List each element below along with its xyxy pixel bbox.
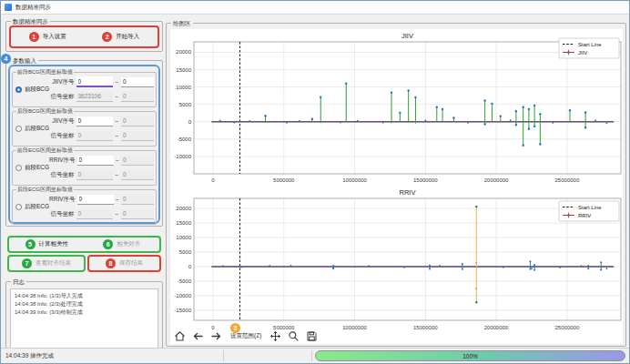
save-result-label: 保存结果 [119, 259, 143, 268]
log-line: 14:04:39 Info: (3/3)绘制完成 [15, 308, 154, 317]
compute-correlation-label: 计算相关性 [39, 240, 69, 248]
app-window: 数据精准同步 数据精准同步 1 导入设置 2 开始导入 参数输入 前段BCG区间… [0, 0, 630, 364]
pan-icon[interactable] [269, 330, 281, 342]
jiiv-index-from-input[interactable] [76, 76, 113, 87]
set-range-button[interactable]: 3 设置范围(Z) [229, 331, 263, 341]
correlation-align-label: 相关对齐 [117, 240, 140, 248]
status-separator [223, 350, 224, 361]
save-icon[interactable] [306, 330, 318, 342]
range-tilde: ~ [115, 118, 120, 125]
svg-text:JIIV: JIIV [401, 32, 413, 40]
signal-coord-from-input[interactable] [76, 131, 113, 141]
rriv-index-to-input[interactable] [121, 156, 154, 166]
step-badge-4: 4 [1, 54, 11, 64]
import-highlight-box: 1 导入设置 2 开始导入 [9, 25, 159, 48]
compute-correlation-button[interactable]: 5 计算相关性 [9, 238, 85, 251]
view-result-highlight-box: 7 查看对齐结果 [7, 255, 86, 272]
step-badge-8: 8 [106, 258, 116, 268]
signal-coord-from-input[interactable] [76, 209, 113, 219]
svg-text:RRIV: RRIV [400, 188, 416, 197]
range-tilde: ~ [115, 133, 120, 139]
window-title: 数据精准同步 [15, 4, 51, 12]
step-badge-5: 5 [25, 239, 36, 249]
jiiv-chart[interactable]: -10000-500005000100001500020000050000001… [170, 31, 624, 187]
signal-coord-to-input[interactable] [121, 209, 154, 219]
home-icon[interactable] [174, 330, 186, 342]
svg-text:10000: 10000 [176, 235, 191, 240]
signal-coord-label: 信号坐标 [49, 132, 75, 140]
figure-canvas[interactable]: -10000-500005000100001500020000050000001… [170, 29, 623, 344]
plot-group-label: 绘图区 [171, 20, 193, 26]
rriv-index-from-input[interactable] [77, 195, 114, 205]
jiiv-index-from-input[interactable] [76, 116, 113, 126]
radio-rear-ecg[interactable] [15, 204, 22, 210]
progress-text: 100% [462, 353, 478, 359]
step-badge-2: 2 [102, 32, 112, 42]
view-align-result-button[interactable]: 7 查看对齐结果 [9, 257, 84, 270]
step-badge-7: 7 [22, 258, 32, 268]
rriv-index-from-input[interactable] [77, 156, 114, 166]
sync-groupbox: 数据精准同步 1 导入设置 2 开始导入 [5, 21, 163, 52]
range-tilde: ~ [115, 79, 120, 86]
radio-rear-bcg[interactable] [15, 126, 22, 132]
svg-text:5000000: 5000000 [273, 177, 295, 183]
svg-text:20000: 20000 [176, 49, 191, 55]
svg-text:RRIV: RRIV [578, 213, 591, 218]
svg-text:Start Line: Start Line [578, 205, 602, 210]
start-import-button[interactable]: 2 开始导入 [85, 27, 158, 46]
app-icon [5, 4, 12, 11]
back-icon[interactable] [192, 330, 204, 342]
title-bar: 数据精准同步 [1, 1, 629, 15]
svg-text:15000000: 15000000 [413, 177, 438, 183]
save-result-button[interactable]: 8 保存结果 [89, 257, 159, 270]
import-settings-button[interactable]: 1 导入设置 [11, 27, 85, 46]
correlation-align-button[interactable]: 6 相关对齐 [85, 238, 160, 251]
param-section-rear-ecg: 后段ECG区间坐标取值 后段ECG RRIV序号 ~ 信号坐标 [12, 189, 157, 225]
range-tilde: ~ [115, 94, 120, 100]
start-import-label: 开始导入 [116, 33, 139, 41]
rriv-chart[interactable]: -15000-10000-500005000100001500020000050… [170, 187, 624, 336]
signal-coord-label: 信号坐标 [49, 93, 75, 101]
svg-text:10000: 10000 [176, 85, 191, 90]
step-badge-3: 3 [230, 323, 240, 333]
signal-coord-to-input[interactable] [121, 131, 154, 141]
radio-front-ecg[interactable] [15, 165, 22, 171]
progress-bar: 100% [315, 350, 625, 361]
svg-text:25000000: 25000000 [555, 177, 580, 183]
svg-text:Start Line: Start Line [578, 42, 602, 47]
svg-text:-10000: -10000 [174, 154, 191, 159]
signal-coord-from-input[interactable] [76, 170, 113, 180]
svg-text:0: 0 [188, 119, 192, 125]
log-group-label: 日志 [11, 278, 26, 285]
plot-groupbox: 绘图区 -10000-50000500010000150002000005000… [166, 23, 626, 347]
status-message: 14:04:39 操作完成 [5, 349, 54, 363]
forward-icon[interactable] [210, 330, 222, 342]
svg-text:5000: 5000 [179, 102, 192, 107]
signal-coord-to-input[interactable] [121, 170, 154, 180]
param-group-label: 参数输入 [11, 57, 38, 64]
rriv-index-label: RRIV序号 [49, 196, 76, 204]
svg-text:0: 0 [188, 264, 192, 269]
svg-text:15000: 15000 [176, 220, 191, 226]
svg-text:10000000: 10000000 [342, 325, 367, 330]
signal-coord-to-input[interactable] [121, 92, 154, 102]
jiiv-index-label: JIIV序号 [49, 78, 75, 86]
signal-coord-from-input[interactable] [76, 92, 113, 102]
svg-text:20000000: 20000000 [484, 177, 509, 183]
zoom-icon[interactable] [288, 330, 300, 342]
signal-coord-label: 信号坐标 [49, 210, 75, 218]
sync-group-label: 数据精准同步 [11, 18, 50, 25]
jiiv-index-to-input[interactable] [121, 116, 154, 126]
range-tilde: ~ [116, 197, 119, 203]
radio-front-bcg[interactable] [15, 86, 22, 93]
step-badge-6: 6 [103, 239, 113, 249]
svg-text:-10000: -10000 [174, 293, 191, 298]
status-separator [311, 350, 312, 361]
rriv-index-to-input[interactable] [121, 195, 154, 205]
step-badge-1: 1 [29, 32, 39, 42]
rriv-index-label: RRIV序号 [49, 157, 76, 165]
log-line: 14:04:38 Info: (1/3)导入完成 [15, 292, 154, 300]
svg-text:20000000: 20000000 [484, 325, 509, 330]
jiiv-index-label: JIIV序号 [49, 117, 75, 126]
jiiv-index-to-input[interactable] [121, 77, 154, 87]
